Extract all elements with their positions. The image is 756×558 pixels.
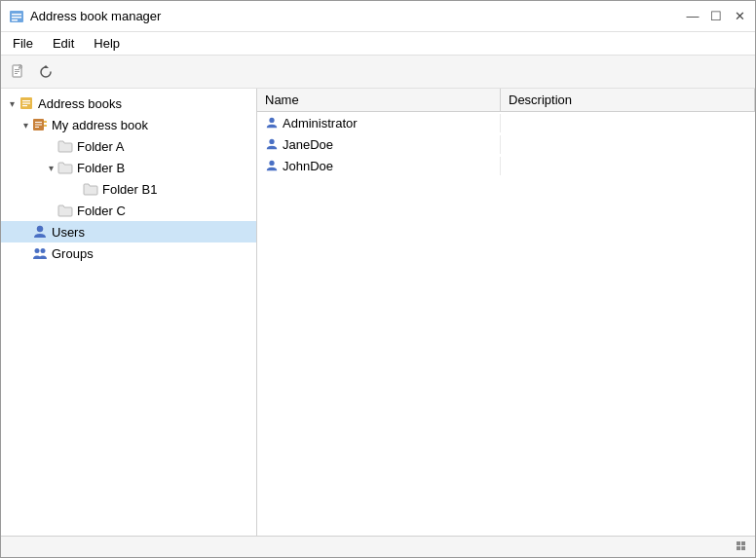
cell-name-janedoe: JaneDoe: [257, 135, 501, 154]
svg-rect-11: [22, 100, 30, 101]
toggle-my-address-book[interactable]: ▾: [19, 118, 32, 131]
cell-desc-janedoe: [501, 142, 755, 146]
users-icon: [32, 224, 48, 240]
title-bar-controls: — ☐ ✕: [685, 9, 747, 24]
menu-file[interactable]: File: [5, 34, 41, 53]
folder-b-label: Folder B: [77, 161, 125, 175]
folder-b1-label: Folder B1: [102, 182, 157, 197]
folder-a-icon: [57, 138, 73, 154]
svg-rect-12: [22, 103, 30, 104]
refresh-icon: [38, 64, 54, 80]
tree-item-groups[interactable]: ▸ Groups: [1, 242, 256, 264]
new-document-icon: [11, 64, 26, 80]
toggle-folder-b[interactable]: ▾: [44, 161, 57, 174]
maximize-button[interactable]: ☐: [708, 9, 724, 24]
svg-rect-16: [35, 125, 42, 126]
my-address-book-icon: [32, 117, 48, 132]
toolbar: [1, 56, 755, 89]
menu-edit[interactable]: Edit: [45, 34, 82, 53]
user-icon-johndoe: [265, 159, 279, 172]
right-panel: Name Description Administrator: [257, 89, 755, 536]
title-bar-left: Address book manager: [9, 9, 161, 24]
column-header-description: Description: [501, 89, 755, 111]
svg-rect-1: [12, 14, 21, 16]
tree-item-address-books[interactable]: ▾ Address books: [1, 93, 256, 114]
tree-item-users[interactable]: ▸ Users: [1, 221, 256, 242]
svg-point-26: [269, 161, 274, 166]
user-icon-administrator: [265, 116, 279, 130]
svg-rect-2: [12, 17, 21, 19]
folder-c-label: Folder C: [77, 204, 126, 218]
main-content: ▾ Address books ▾: [1, 89, 755, 536]
svg-rect-27: [737, 541, 740, 545]
tree-item-folder-a[interactable]: ▸ Folder A: [1, 135, 256, 157]
svg-rect-19: [44, 125, 47, 127]
cell-desc-administrator: [501, 121, 755, 125]
svg-point-23: [41, 248, 46, 253]
tree-item-folder-c[interactable]: ▸ Folder C: [1, 200, 256, 221]
cell-desc-johndoe: [501, 164, 755, 167]
close-button[interactable]: ✕: [732, 9, 747, 24]
tree-item-my-address-book[interactable]: ▾ My address book: [1, 114, 256, 135]
groups-icon: [32, 245, 48, 261]
svg-rect-29: [737, 546, 740, 550]
menu-bar: File Edit Help: [1, 32, 755, 56]
column-header-name: Name: [257, 89, 501, 111]
cell-name-administrator: Administrator: [257, 114, 501, 132]
tree-item-folder-b1[interactable]: ▸ Folder B1: [1, 178, 256, 200]
folder-b1-icon: [83, 181, 98, 197]
table-body: Administrator JaneDoe: [257, 112, 755, 536]
main-window: Address book manager — ☐ ✕ File Edit Hel…: [0, 0, 756, 558]
svg-rect-18: [44, 121, 47, 123]
status-bar: [1, 536, 755, 557]
status-icon: [736, 540, 749, 554]
groups-label: Groups: [52, 246, 94, 261]
refresh-button[interactable]: [34, 60, 57, 84]
users-label: Users: [52, 225, 85, 240]
folder-b-icon: [57, 160, 73, 175]
svg-point-22: [35, 248, 40, 253]
table-header: Name Description: [257, 89, 755, 112]
toggle-address-books[interactable]: ▾: [5, 96, 19, 110]
svg-marker-9: [43, 65, 49, 68]
svg-rect-28: [741, 541, 745, 545]
table-row[interactable]: Administrator: [257, 112, 755, 133]
address-books-label: Address books: [38, 96, 122, 111]
svg-rect-3: [12, 19, 18, 21]
user-icon-janedoe: [265, 137, 279, 151]
left-panel: ▾ Address books ▾: [1, 89, 257, 536]
svg-rect-30: [741, 546, 745, 550]
folder-c-icon: [57, 203, 73, 218]
menu-help[interactable]: Help: [86, 34, 128, 53]
folder-a-label: Folder A: [77, 139, 124, 154]
svg-rect-15: [35, 122, 42, 123]
svg-rect-13: [22, 105, 27, 106]
window-title: Address book manager: [30, 9, 161, 23]
new-button[interactable]: [7, 60, 30, 84]
svg-point-25: [269, 139, 274, 144]
svg-point-24: [269, 118, 274, 123]
address-books-icon: [19, 95, 34, 111]
title-bar: Address book manager — ☐ ✕: [1, 1, 755, 32]
app-icon: [9, 9, 24, 24]
minimize-button[interactable]: —: [685, 9, 700, 24]
cell-name-johndoe: JohnDoe: [257, 157, 501, 175]
table-row[interactable]: JaneDoe: [257, 133, 755, 155]
svg-rect-17: [35, 127, 39, 128]
table-row[interactable]: JohnDoe: [257, 155, 755, 176]
tree-item-folder-b[interactable]: ▾ Folder B: [1, 157, 256, 178]
my-address-book-label: My address book: [52, 118, 148, 132]
